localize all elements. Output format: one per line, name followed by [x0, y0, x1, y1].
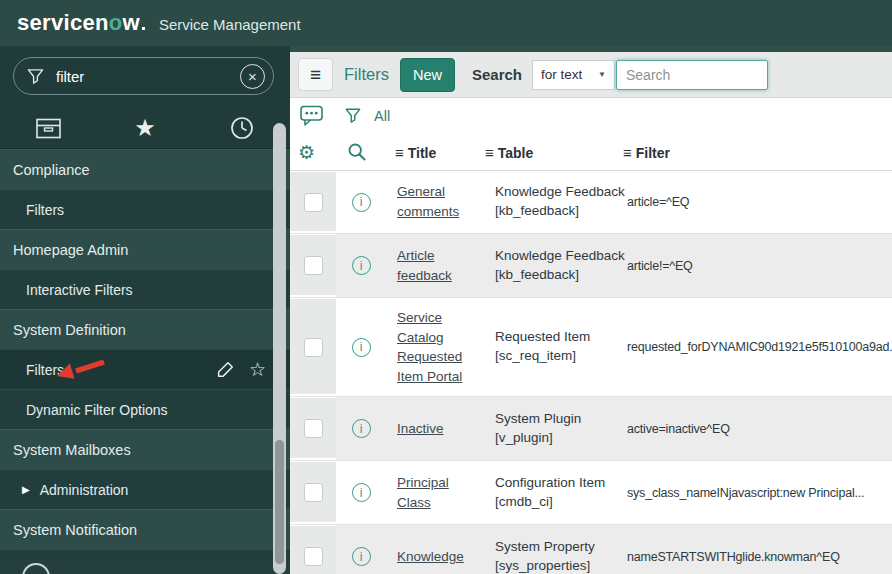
- table-row: i General comments Knowledge Feedback [k…: [290, 171, 892, 233]
- record-preview-info-icon[interactable]: i: [352, 419, 371, 438]
- sidebar-item-label: Compliance: [13, 162, 90, 178]
- nav-item-tools: ☆: [216, 360, 266, 379]
- personalize-gear-icon[interactable]: ⚙: [298, 141, 315, 164]
- record-link[interactable]: Inactive: [397, 419, 444, 439]
- record-link[interactable]: Principal Class: [397, 473, 476, 512]
- nav-search-area: ×: [0, 46, 290, 108]
- help-circle-icon[interactable]: [22, 563, 50, 574]
- star-filled-icon: ★: [134, 116, 156, 140]
- record-link[interactable]: Service Catalog Requested Item Portal: [397, 308, 476, 386]
- breadcrumb-funnel-icon[interactable]: [345, 107, 361, 125]
- row-filter-cell: article=^EQ: [620, 171, 892, 233]
- tab-favorites[interactable]: ★: [97, 108, 194, 148]
- breadcrumb-all-link[interactable]: All: [374, 108, 390, 124]
- row-info-cell: i: [336, 525, 386, 574]
- row-checkbox[interactable]: [304, 256, 323, 275]
- search-scope-select[interactable]: for text ▼: [532, 60, 615, 90]
- favorite-star-outline-icon[interactable]: ☆: [249, 360, 266, 379]
- record-link[interactable]: Knowledge: [397, 547, 464, 567]
- list-pane: ≡ Filters New Search for text ▼ All: [290, 46, 892, 574]
- list-rows: i General comments Knowledge Feedback [k…: [290, 171, 892, 574]
- funnel-icon: [27, 68, 44, 85]
- table-row: i Knowledge System Property [sys_propert…: [290, 524, 892, 574]
- sidebar-scrollbar-track[interactable]: [273, 123, 286, 574]
- row-checkbox[interactable]: [304, 193, 323, 212]
- list-search-input[interactable]: [616, 60, 768, 90]
- filter-condition: sys_class_nameINjavascript:new Principal…: [627, 486, 864, 500]
- column-menu-icon: ≡: [623, 144, 632, 161]
- table-label: System Property: [495, 538, 614, 557]
- sidebar-item-label: Filters: [26, 202, 64, 218]
- tab-all-applications[interactable]: [0, 108, 97, 148]
- product-name: Service Management: [159, 16, 301, 33]
- clear-search-icon[interactable]: ×: [240, 64, 265, 89]
- sidebar-nav-item[interactable]: ▶ Dynamic Filter Options ☆: [0, 389, 290, 429]
- row-filter-cell: nameSTARTSWITHglide.knowman^EQ: [620, 525, 892, 574]
- table-row: i Article feedback Knowledge Feedback [k…: [290, 233, 892, 297]
- nav-filter-searchbox[interactable]: ×: [13, 57, 274, 95]
- sidebar-item-label: System Mailboxes: [13, 442, 131, 458]
- table-label: Configuration Item: [495, 474, 614, 493]
- record-preview-info-icon[interactable]: i: [352, 483, 371, 502]
- filter-condition: nameSTARTSWITHglide.knowman^EQ: [627, 550, 840, 564]
- row-checkbox[interactable]: [304, 547, 323, 566]
- row-checkbox[interactable]: [304, 419, 323, 438]
- table-code: [kb_feedback]: [495, 266, 614, 285]
- record-preview-info-icon[interactable]: i: [352, 547, 371, 566]
- archive-box-icon: [35, 116, 62, 140]
- column-header-table[interactable]: ≡Table: [485, 144, 533, 161]
- row-info-cell: i: [336, 397, 386, 460]
- table-code: [v_plugin]: [495, 429, 614, 448]
- row-select-cell: [290, 461, 336, 524]
- sidebar-nav-item[interactable]: ▶ Filters ☆: [0, 349, 290, 389]
- edit-pencil-icon[interactable]: [216, 360, 235, 379]
- new-record-button[interactable]: New: [400, 58, 455, 92]
- sidebar-nav-item[interactable]: ▶ System Definition ☆: [0, 309, 290, 349]
- table-label: Knowledge Feedback: [495, 247, 614, 266]
- top-banner: servicenow Service Management: [0, 0, 892, 46]
- row-table-cell: Knowledge Feedback [kb_feedback]: [482, 234, 620, 297]
- sidebar-nav-item[interactable]: ▶ Filters ☆: [0, 189, 290, 229]
- sidebar-item-label: Administration: [40, 482, 129, 498]
- row-checkbox[interactable]: [304, 483, 323, 502]
- expand-triangle-icon[interactable]: ▶: [22, 485, 30, 495]
- sidebar-nav-item[interactable]: ▶ Interactive Filters ☆: [0, 269, 290, 309]
- comments-bubble-icon[interactable]: [300, 105, 324, 127]
- row-title-cell: Knowledge: [386, 525, 482, 574]
- row-select-cell: [290, 525, 336, 574]
- row-select-cell: [290, 171, 336, 233]
- nav-filter-input[interactable]: [54, 67, 240, 86]
- row-title-cell: Inactive: [386, 397, 482, 460]
- record-link[interactable]: General comments: [397, 182, 476, 221]
- search-magnifier-icon[interactable]: [347, 142, 367, 162]
- record-preview-info-icon[interactable]: i: [352, 338, 371, 357]
- sidebar-item-label: System Definition: [13, 322, 126, 338]
- column-header-title[interactable]: ≡Title: [395, 144, 436, 161]
- row-table-cell: System Property [sys_properties]: [482, 525, 620, 574]
- sidebar-scrollbar-thumb[interactable]: [275, 440, 284, 564]
- table-code: [sys_properties]: [495, 557, 614, 574]
- table-code: [cmdb_ci]: [495, 493, 614, 512]
- sidebar-nav-item[interactable]: ▶ Compliance ☆: [0, 149, 290, 189]
- sidebar-nav-item[interactable]: ▶ Homepage Admin ☆: [0, 229, 290, 269]
- column-header-filter[interactable]: ≡Filter: [623, 144, 670, 161]
- row-title-cell: General comments: [386, 171, 482, 233]
- list-menu-button[interactable]: ≡: [298, 58, 333, 91]
- row-table-cell: Knowledge Feedback [kb_feedback]: [482, 171, 620, 233]
- row-info-cell: i: [336, 461, 386, 524]
- search-label: Search: [472, 66, 522, 83]
- table-code: [kb_feedback]: [495, 202, 614, 221]
- sidebar-item-label: Homepage Admin: [13, 242, 128, 258]
- sidebar-nav-item[interactable]: ▶ Administration ☆: [0, 469, 290, 509]
- row-checkbox[interactable]: [304, 338, 323, 357]
- row-select-cell: [290, 234, 336, 297]
- record-preview-info-icon[interactable]: i: [352, 193, 371, 212]
- chevron-down-icon: ▼: [598, 70, 606, 79]
- record-link[interactable]: Article feedback: [397, 246, 476, 285]
- filter-condition: active=inactive^EQ: [627, 422, 730, 436]
- row-table-cell: System Plugin [v_plugin]: [482, 397, 620, 460]
- sidebar-nav-item[interactable]: ▶ System Notification ☆: [0, 509, 290, 549]
- row-table-cell: Configuration Item [cmdb_ci]: [482, 461, 620, 524]
- record-preview-info-icon[interactable]: i: [352, 256, 371, 275]
- sidebar-nav-item[interactable]: ▶ System Mailboxes ☆: [0, 429, 290, 469]
